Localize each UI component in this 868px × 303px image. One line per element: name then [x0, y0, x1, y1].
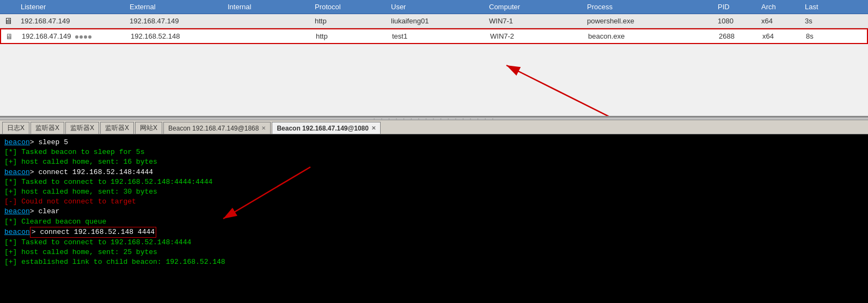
terminal-line-11: [*] Tasked to connect to 192.168.52.148:…	[4, 238, 864, 248]
connection-indicators	[75, 35, 91, 39]
header-listener: Listener	[16, 2, 125, 12]
tab-listener-1-label: 监听器X	[35, 123, 59, 133]
terminal-line-4: beacon> connect 192.168.52.148:4444	[4, 168, 864, 177]
tab-beacon-1080[interactable]: Beacon 192.168.47.149@1080 ✕	[272, 122, 381, 134]
term-plus-1: [+] host called home, sent: 16 bytes	[4, 158, 157, 166]
tab-listener-2[interactable]: 监听器X	[65, 122, 99, 134]
header-computer: Computer	[485, 2, 583, 12]
tab-log-label: 日志X	[7, 123, 25, 133]
cell-arch: x64	[757, 16, 800, 26]
cell-internal	[223, 20, 310, 22]
terminal-line-13: [+] established link to child beacon: 19…	[4, 257, 864, 267]
table-header: Listener External Internal Protocol User…	[0, 0, 868, 14]
terminal-line-10: beacon> connect 192.168.52.148 4444	[4, 227, 864, 238]
cell-process: powershell.exe	[583, 16, 713, 26]
boxed-command: > connect 192.168.52.148 4444	[30, 227, 156, 238]
row-icon: 🖥	[0, 16, 16, 26]
terminal-line-9: [*] Cleared beacon queue	[4, 217, 864, 227]
term-prompt-4: beacon	[4, 228, 30, 236]
terminal-line-2: [*] Tasked beacon to sleep for 5s	[4, 147, 864, 157]
tab-beacon-1868-close[interactable]: ✕	[261, 125, 266, 131]
terminal-line-7: [-] Could not connect to target	[4, 197, 864, 207]
header-arch: Arch	[757, 2, 800, 12]
tab-log[interactable]: 日志X	[2, 122, 29, 134]
sessions-table: Listener External Internal Protocol User…	[0, 0, 868, 117]
row-icon-2: 🖥	[1, 32, 17, 41]
cell-external-2: 192.168.52.148	[126, 31, 224, 41]
cell-internal-2	[224, 35, 311, 38]
tab-beacon-1868-label: Beacon 192.168.47.149@1868	[168, 125, 259, 132]
header-protocol: Protocol	[310, 2, 387, 12]
header-user: User	[387, 2, 485, 12]
term-plus-4: [+] established link to child beacon: 19…	[4, 258, 225, 266]
header-external: External	[125, 2, 223, 12]
header-process: Process	[583, 2, 713, 12]
terminal-line-5: [*] Tasked to connect to 192.168.52.148:…	[4, 177, 864, 187]
cell-protocol-2: http	[311, 31, 388, 41]
cell-pid-2: 2688	[714, 31, 758, 41]
tab-listener-3-label: 监听器X	[105, 123, 129, 133]
tab-website-label: 网站X	[140, 123, 157, 133]
term-minus-1: [-] Could not connect to target	[4, 197, 136, 206]
term-plus-3: [+] host called home, sent: 25 bytes	[4, 248, 157, 256]
term-prompt-2: beacon	[4, 168, 30, 176]
tab-listener-1[interactable]: 监听器X	[30, 122, 64, 134]
tab-beacon-1080-label: Beacon 192.168.47.149@1080	[277, 125, 369, 132]
term-info-2: [*] Tasked to connect to 192.168.52.148:…	[4, 178, 212, 186]
cell-computer: WIN7-1	[485, 16, 583, 26]
terminal-line-8: beacon> clear	[4, 207, 864, 217]
tabs-bar: 日志X 监听器X 监听器X 监听器X 网站X Beacon 192.168.47…	[0, 120, 868, 134]
terminal-line-6: [+] host called home, sent: 30 bytes	[4, 187, 864, 197]
terminal[interactable]: beacon> sleep 5 [*] Tasked beacon to sle…	[0, 134, 868, 303]
tab-listener-3[interactable]: 监听器X	[100, 122, 134, 134]
header-last: Last	[800, 2, 833, 12]
term-cmd-2: > connect 192.168.52.148:4444	[30, 168, 153, 176]
tab-beacon-1080-close[interactable]: ✕	[371, 125, 376, 131]
cell-user: liukaifeng01	[387, 16, 485, 26]
terminal-line-12: [+] host called home, sent: 25 bytes	[4, 248, 864, 257]
tab-website[interactable]: 网站X	[135, 122, 162, 134]
term-info-1: [*] Tasked beacon to sleep for 5s	[4, 148, 144, 156]
term-info-3: [*] Cleared beacon queue	[4, 218, 106, 226]
cell-user-2: test1	[388, 31, 486, 41]
cell-protocol: http	[310, 16, 387, 26]
table-row-selected[interactable]: 🖥 192.168.47.149 192.168.52.148 http tes…	[0, 28, 868, 44]
cell-listener-2: 192.168.47.149	[17, 31, 126, 41]
term-plus-2: [+] host called home, sent: 30 bytes	[4, 188, 157, 196]
svg-line-1	[506, 65, 626, 117]
cell-external: 192.168.47.149	[125, 16, 223, 26]
cell-last-2: 8s	[802, 31, 834, 41]
tab-listener-2-label: 监听器X	[70, 123, 94, 133]
term-info-4: [*] Tasked to connect to 192.168.52.148:…	[4, 238, 191, 246]
terminal-container: beacon> sleep 5 [*] Tasked beacon to sle…	[0, 134, 868, 303]
terminal-line-1: beacon> sleep 5	[4, 138, 864, 147]
term-cmd-1: > sleep 5	[30, 138, 68, 146]
cell-process-2: beacon.exe	[584, 31, 714, 41]
term-prompt-1: beacon	[4, 138, 30, 146]
term-prompt-3: beacon	[4, 207, 30, 215]
tab-beacon-1868[interactable]: Beacon 192.168.47.149@1868 ✕	[163, 122, 271, 134]
cell-pid: 1080	[713, 16, 757, 26]
terminal-line-3: [+] host called home, sent: 16 bytes	[4, 157, 864, 167]
cell-computer-2: WIN7-2	[486, 31, 584, 41]
cell-last: 3s	[800, 16, 833, 26]
table-row[interactable]: 🖥 192.168.47.149 192.168.47.149 http liu…	[0, 14, 868, 28]
term-cmd-3: > clear	[30, 207, 60, 215]
header-pid: PID	[713, 2, 757, 12]
term-cmd-boxed: > connect 192.168.52.148 4444	[30, 228, 156, 236]
cell-arch-2: x64	[758, 31, 802, 41]
cell-listener: 192.168.47.149	[16, 16, 125, 26]
header-internal: Internal	[223, 2, 310, 12]
